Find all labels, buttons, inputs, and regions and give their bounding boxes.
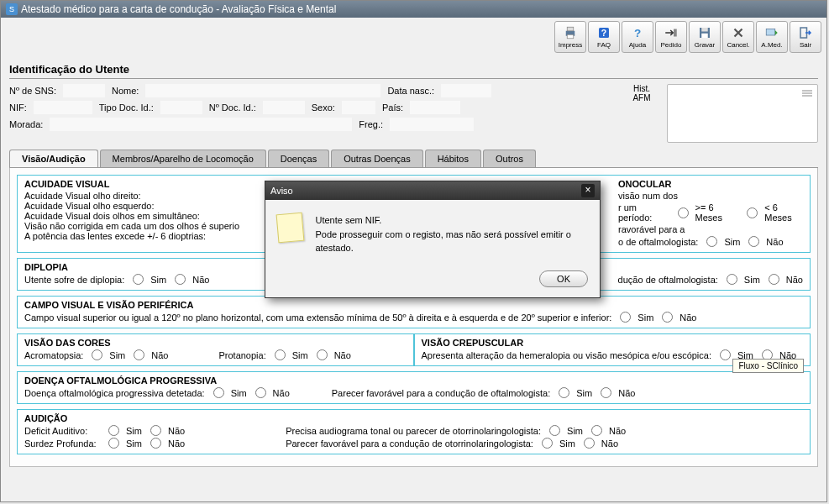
acro-nao[interactable]: Não [134, 349, 168, 360]
titlebar: S Atestado médico para a carta de conduç… [1, 1, 826, 18]
ident-grid: Nº de SNS: Nome: Data nasc.: NIF: Tipo D… [9, 84, 818, 143]
mono-nao[interactable]: Não [748, 236, 783, 247]
svg-rect-10 [766, 29, 775, 36]
modal-title: Aviso [270, 186, 293, 196]
ndoc-label: Nº Doc. Id.: [209, 102, 256, 113]
amed-icon [764, 25, 779, 40]
modal-titlebar: Aviso × [265, 181, 600, 200]
note-icon [276, 213, 305, 244]
campo-sim[interactable]: Sim [620, 312, 653, 323]
request-icon [664, 25, 679, 40]
tab-doencas[interactable]: Doenças [268, 150, 329, 167]
aud4-nao[interactable]: Não [584, 438, 618, 449]
mono-l1: visão num dos [618, 191, 678, 201]
warning-modal: Aviso × Utente sem NIF. Pode prosseguir … [265, 181, 601, 298]
audicao-title: AUDIÇÃO [24, 413, 803, 423]
crep-l1: Apresenta alteração da hemeralopia ou vi… [422, 350, 712, 360]
aud2-sim[interactable]: Sim [108, 438, 142, 449]
freg-value [390, 118, 474, 131]
svg-rect-2 [567, 34, 574, 39]
tipodoc-value [160, 101, 202, 114]
list-icon [800, 88, 814, 98]
doprog1-sim[interactable]: Sim [213, 387, 247, 398]
tab-membros[interactable]: Membros/Aparelho de Locomoção [100, 150, 266, 167]
request-button[interactable]: Pedido [655, 21, 687, 53]
tooltip: Fluxo - SClínico [732, 359, 804, 373]
group-cores: VISÃO DAS CORES Acromatopsia: Sim Não Pr… [17, 333, 414, 366]
nif-value [34, 101, 92, 114]
nome-value [145, 84, 380, 97]
datanasc-value [441, 84, 491, 97]
diplopia-nao[interactable]: Não [175, 274, 209, 285]
help-icon: ? [630, 25, 645, 40]
exit-icon [798, 25, 813, 40]
toolbar: Impress ?FAQ ?Ajuda Pedido Gravar Cancel… [1, 18, 826, 56]
aud1-nao[interactable]: Não [150, 425, 185, 436]
diplopia-l1: Utente sofre de diplopia: [24, 275, 124, 285]
aud1-sim[interactable]: Sim [108, 425, 142, 436]
tab-visao-audicao[interactable]: Visão/Audição [9, 150, 98, 167]
aud-l4: Parecer favorável para a condução de oto… [286, 438, 533, 449]
doprog2-nao[interactable]: Não [601, 387, 635, 398]
aud-l3: Precisa audiograma tonal ou parecer de o… [286, 426, 541, 436]
svg-rect-1 [567, 27, 574, 31]
modal-close-button[interactable]: × [581, 184, 595, 197]
doprog1-nao[interactable]: Não [255, 387, 290, 398]
diplopia2-sim[interactable]: Sim [727, 274, 760, 285]
modal-line2: Pode prosseguir com o registo, mas não s… [315, 228, 588, 255]
notes-box[interactable] [667, 84, 818, 143]
printer-icon [563, 25, 578, 40]
cancel-button[interactable]: Cancel. [722, 21, 754, 53]
campo-title: CAMPO VISUAL E VISÃO PERIFÉRICA [24, 300, 803, 310]
modal-body: Utente sem NIF. Pode prosseguir com o re… [265, 200, 600, 264]
sns-label: Nº de SNS: [9, 86, 56, 96]
nif-label: NIF: [9, 102, 27, 113]
acro-label: Acromatopsia: [24, 350, 83, 360]
doprog-l2: Parecer favorável para a condução de oft… [332, 388, 551, 398]
tab-outros[interactable]: Outros [483, 150, 536, 167]
mono-sim[interactable]: Sim [706, 236, 740, 247]
prot-sim[interactable]: Sim [275, 349, 308, 360]
tabs: Visão/Audição Membros/Aparelho de Locomo… [9, 150, 818, 168]
group-audicao: AUDIÇÃO Deficit Auditivo: Sim Não Precis… [17, 409, 811, 454]
tab-habitos[interactable]: Hábitos [425, 150, 481, 167]
amed-button[interactable]: A.Med. [756, 21, 788, 53]
crep-title: VISÃO CREPUSCULAR [422, 338, 804, 348]
print-button[interactable]: Impress [554, 21, 586, 53]
aud3-sim[interactable]: Sim [549, 425, 583, 436]
x-icon [731, 25, 746, 40]
diplopia2-nao[interactable]: Não [769, 274, 803, 285]
sexo-value [342, 101, 375, 114]
sexo-label: Sexo: [312, 102, 335, 113]
window-title: Atestado médico para a carta de condução… [21, 3, 336, 15]
mono-lt6[interactable]: < 6 Meses [747, 202, 803, 223]
acro-sim[interactable]: Sim [92, 349, 125, 360]
aud2-nao[interactable]: Não [150, 438, 185, 449]
aud3-nao[interactable]: Não [591, 425, 626, 436]
save-button[interactable]: Gravar [689, 21, 721, 53]
aud4-sim[interactable]: Sim [542, 438, 575, 449]
floppy-icon [697, 25, 712, 40]
mono-ge6[interactable]: >= 6 Meses [678, 202, 739, 223]
svg-rect-9 [701, 34, 708, 38]
pais-label: País: [382, 102, 403, 113]
prot-label: Protanopia: [218, 350, 265, 360]
doprog-l1: Doença oftalmológica progressiva detetad… [24, 388, 205, 398]
diplopia-l2: dução de oftalmologista: [618, 275, 718, 285]
mono-title: ONOCULAR [618, 179, 803, 189]
cores-title: VISÃO DAS CORES [24, 338, 407, 348]
campo-nao[interactable]: Não [662, 312, 696, 323]
prot-nao[interactable]: Não [317, 349, 351, 360]
modal-ok-button[interactable]: OK [539, 270, 588, 287]
doprog2-sim[interactable]: Sim [559, 387, 592, 398]
exit-button[interactable]: Sair [790, 21, 821, 53]
modal-footer: OK [265, 264, 600, 297]
diplopia-sim[interactable]: Sim [133, 274, 166, 285]
tab-outras-doencas[interactable]: Outras Doenças [331, 150, 422, 167]
help-button[interactable]: ?Ajuda [622, 21, 653, 53]
doprog-title: DOENÇA OFTALMOLÓGICA PROGRESSIVA [24, 375, 803, 386]
ndoc-value [263, 101, 305, 114]
faq-button[interactable]: ?FAQ [588, 21, 620, 53]
datanasc-label: Data nasc.: [387, 86, 434, 96]
svg-text:?: ? [634, 27, 641, 39]
